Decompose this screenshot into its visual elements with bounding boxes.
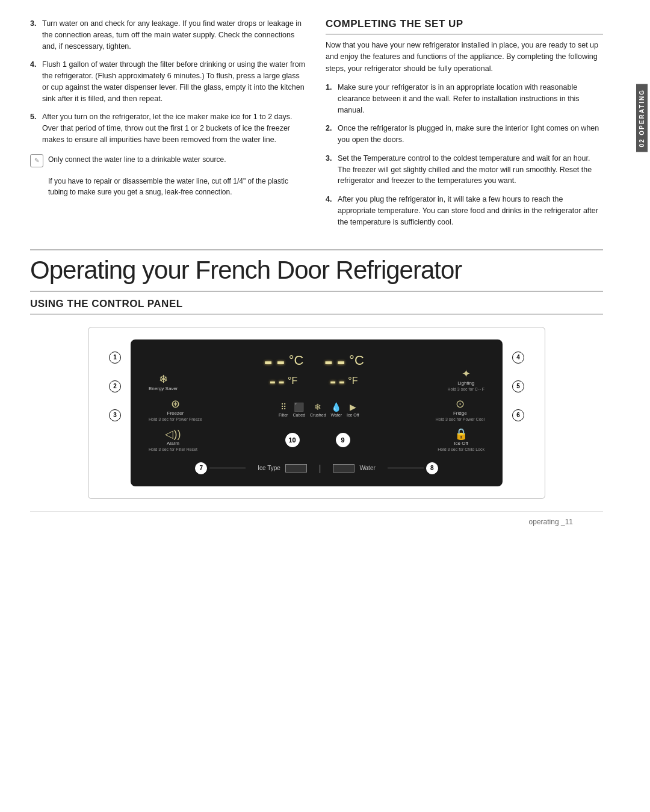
- crushed-label: Crushed: [310, 413, 326, 417]
- freezer-seg-row: -- °C: [261, 352, 303, 374]
- energy-saver-btn[interactable]: ❄ Energy Saver: [149, 374, 178, 391]
- big-title: Operating your French Door Refrigerator: [30, 256, 603, 284]
- freezer-seg-f: --: [267, 374, 285, 391]
- freezer-unit-c: °C: [289, 353, 304, 368]
- arrow-line-7: [209, 468, 246, 468]
- panel-row-4: 7 Ice Type | Water: [149, 462, 484, 474]
- freezer-temp-display: -- °C -- °F: [261, 352, 303, 391]
- item-text-5: After you turn on the refrigerator, let …: [42, 111, 308, 145]
- panel-row-3: ◁)) Alarm Hold 3 sec for Filter Reset 10: [149, 429, 484, 451]
- item-num-3: 3.: [30, 18, 39, 52]
- center-num-row: 10 9: [285, 433, 350, 447]
- cubed-btn[interactable]: ⬛ Cubed: [292, 402, 305, 417]
- energy-saver-label: Energy Saver: [149, 386, 178, 391]
- circle-num-6: 6: [512, 409, 524, 421]
- right-item-2: 2. Once the refrigerator is plugged in, …: [326, 123, 603, 146]
- panel-row-1: ❄ Energy Saver -- °C: [149, 352, 484, 391]
- panel-diagram: 1 2 3 4 5 6 ❄: [88, 327, 545, 499]
- note-text: Only connect the water line to a drinkab…: [48, 154, 226, 165]
- lighting-btn[interactable]: ✦ Lighting Hold 3 sec for C↔F: [448, 368, 484, 391]
- right-item-3: 3. Set the Temperature control to the co…: [326, 153, 603, 187]
- control-panel-heading: USING THE CONTROL PANEL: [30, 298, 603, 315]
- ice-type-label: Ice Type: [258, 465, 280, 471]
- ice-type-buttons: ⠿ Filter ⬛ Cubed ❄ Crushed: [279, 402, 359, 417]
- num-7-group: 7: [195, 462, 246, 474]
- lighting-icon: ✦: [462, 368, 471, 379]
- ice-off-icon: ▶: [350, 402, 356, 412]
- freezer-btn[interactable]: ⊛ Freezer Hold 3 sec for Power Freeze: [149, 398, 202, 421]
- lighting-sublabel: Hold 3 sec for C↔F: [448, 387, 484, 391]
- alarm-icon: ◁)): [165, 429, 181, 439]
- item-num-4: 4.: [30, 59, 39, 104]
- crushed-icon: ❄: [314, 402, 321, 412]
- arrow-line-8: [388, 468, 424, 468]
- note-box: ✎ Only connect the water line to a drink…: [30, 154, 308, 167]
- fridge-label: Fridge: [453, 411, 467, 416]
- circle-num-9: 9: [336, 433, 350, 447]
- freezer-f-row: -- °F: [267, 374, 297, 391]
- freezer-unit-f: °F: [288, 376, 297, 386]
- ice-off-lock-label: Ice Off: [454, 441, 468, 446]
- water-btn[interactable]: 💧 Water: [331, 402, 342, 417]
- right-item-1: 1. Make sure your refrigerator is in an …: [326, 82, 603, 116]
- circle-num-4: 4: [512, 352, 524, 364]
- left-list: 3. Turn water on and check for any leaka…: [30, 18, 308, 146]
- water-box[interactable]: [333, 464, 354, 473]
- lighting-label: Lighting: [457, 380, 474, 386]
- fridge-temp-display: -- °C -- °F: [322, 352, 364, 391]
- circle-num-10: 10: [285, 433, 300, 447]
- right-item-4: 4. After you plug the refrigerator in, i…: [326, 194, 603, 228]
- side-tab: 02 OPERATING: [633, 0, 650, 812]
- list-item-3: 3. Turn water on and check for any leaka…: [30, 18, 308, 52]
- right-text-4: After you plug the refrigerator in, it w…: [338, 194, 603, 228]
- num-8-group: 8: [388, 462, 438, 474]
- filter-label: Filter: [279, 413, 288, 417]
- water-icon: 💧: [331, 402, 341, 412]
- circle-num-5: 5: [512, 380, 524, 392]
- freezer-sublabel: Hold 3 sec for Power Freeze: [149, 417, 202, 421]
- fridge-sublabel: Hold 3 sec for Power Cool: [436, 417, 484, 421]
- item-num-5: 5.: [30, 111, 39, 145]
- crushed-btn[interactable]: ❄ Crushed: [310, 402, 326, 417]
- big-title-section: Operating your French Door Refrigerator: [30, 249, 603, 291]
- energy-saver-icon: ❄: [159, 374, 168, 385]
- fridge-unit-f: °F: [348, 376, 358, 386]
- list-item-4: 4. Flush 1 gallon of water through the f…: [30, 59, 308, 104]
- fridge-seg-row: -- °C: [322, 352, 364, 374]
- freezer-icon: ⊛: [171, 398, 180, 409]
- item-text-3: Turn water on and check for any leakage.…: [42, 18, 308, 52]
- alarm-btn[interactable]: ◁)) Alarm Hold 3 sec for Filter Reset: [149, 429, 197, 451]
- circle-num-2: 2: [109, 380, 121, 392]
- left-column: 3. Turn water on and check for any leaka…: [30, 18, 308, 235]
- ice-off-lock-btn[interactable]: 🔒 Ice Off Hold 3 sec for Child Lock: [438, 429, 484, 451]
- ice-off-lock-sublabel: Hold 3 sec for Child Lock: [438, 447, 484, 451]
- water-selector: Water: [333, 464, 375, 473]
- right-text-2: Once the refrigerator is plugged in, mak…: [338, 123, 603, 146]
- main-content: 3. Turn water on and check for any leaka…: [0, 0, 633, 812]
- filter-btn[interactable]: ⠿ Filter: [279, 402, 288, 417]
- ice-off-btn[interactable]: ▶ Ice Off: [347, 402, 359, 417]
- page-footer: operating _11: [30, 511, 603, 532]
- filter-icon: ⠿: [280, 402, 286, 412]
- alarm-label: Alarm: [167, 441, 179, 446]
- side-nums-left: 1 2 3: [109, 352, 121, 421]
- cubed-label: Cubed: [292, 413, 305, 417]
- cubed-icon: ⬛: [294, 402, 304, 412]
- num-9-group: 9: [336, 433, 350, 447]
- cp-wrapper: 1 2 3 4 5 6 ❄: [131, 339, 503, 486]
- fridge-btn[interactable]: ⊙ Fridge Hold 3 sec for Power Cool: [436, 398, 484, 421]
- item-text-4: Flush 1 gallon of water through the filt…: [42, 59, 308, 104]
- right-text-1: Make sure your refrigerator is in an app…: [338, 82, 603, 116]
- selector-divider: |: [319, 463, 321, 473]
- footer-text: operating _11: [529, 518, 573, 526]
- right-list: 1. Make sure your refrigerator is in an …: [326, 82, 603, 228]
- ice-type-box[interactable]: [285, 464, 307, 473]
- note-line-1: Only connect the water line to a drinkab…: [48, 155, 226, 164]
- right-num-3: 3.: [326, 153, 334, 187]
- water-label: Water: [331, 413, 342, 417]
- section-intro: Now that you have your new refrigerator …: [326, 40, 603, 75]
- extra-text: If you have to repair or disassemble the…: [48, 176, 308, 197]
- note-icon: ✎: [30, 154, 43, 167]
- temp-displays: -- °C -- °F: [261, 352, 364, 391]
- top-section: 3. Turn water on and check for any leaka…: [30, 18, 603, 235]
